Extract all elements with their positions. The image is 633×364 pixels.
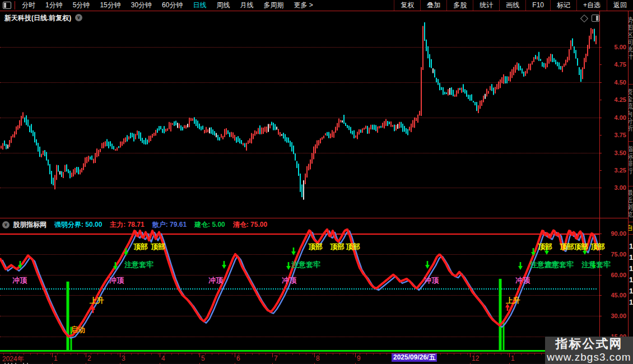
period-tab-2[interactable]: 1分钟 bbox=[40, 0, 68, 11]
axis-subtick bbox=[64, 353, 64, 355]
candle bbox=[448, 89, 449, 95]
candle bbox=[165, 129, 166, 132]
candle bbox=[453, 90, 454, 96]
candle bbox=[542, 62, 543, 67]
candle bbox=[439, 83, 440, 90]
indicator-param-5: 建仓: 5.00 bbox=[194, 220, 225, 230]
candle bbox=[508, 77, 509, 81]
candle bbox=[281, 134, 282, 136]
candle bbox=[212, 129, 213, 135]
period-tab-4[interactable]: 15分钟 bbox=[95, 0, 125, 11]
candle bbox=[170, 123, 171, 132]
candle bbox=[283, 133, 284, 138]
candle bbox=[273, 123, 274, 130]
action-8[interactable]: +自选 bbox=[576, 0, 607, 11]
month-tick bbox=[272, 353, 273, 357]
chart-canvas[interactable] bbox=[0, 0, 633, 364]
candle bbox=[132, 133, 133, 137]
axis-subtick bbox=[346, 353, 347, 355]
action-3[interactable]: 多股 bbox=[446, 0, 473, 11]
candle bbox=[27, 120, 29, 127]
candle bbox=[496, 84, 497, 90]
candle bbox=[437, 79, 439, 85]
watermark: 指标公式网 www.zbgs3.com bbox=[545, 337, 633, 364]
candle bbox=[21, 116, 22, 126]
candle bbox=[83, 164, 84, 170]
candle bbox=[443, 87, 444, 95]
candle bbox=[327, 132, 328, 136]
axis-subtick bbox=[387, 353, 387, 355]
signal-label-chongding: 冲顶 bbox=[12, 276, 27, 286]
candle bbox=[570, 40, 571, 50]
candle bbox=[61, 171, 62, 178]
axis-subtick bbox=[145, 353, 145, 355]
candle bbox=[34, 132, 35, 143]
period-tab-10[interactable]: 多周期 bbox=[258, 0, 288, 11]
candle bbox=[174, 122, 175, 126]
action-9[interactable]: 返回 bbox=[607, 0, 633, 11]
candle bbox=[110, 141, 111, 146]
candle bbox=[120, 142, 121, 148]
period-tab-9[interactable]: 月线 bbox=[235, 0, 258, 11]
time-axis[interactable]: 2025/09/26/五 2024年123456789121 bbox=[0, 353, 633, 363]
signal-label-zhuyitaolao: 注意套牢 bbox=[544, 260, 574, 270]
signal-label-dingbu: 顶部 bbox=[574, 242, 588, 252]
candle bbox=[118, 146, 119, 148]
action-7[interactable]: 标记 bbox=[550, 0, 576, 11]
period-tab-11[interactable]: 更多 > bbox=[288, 0, 318, 11]
chevron-down-icon[interactable]: ∨ bbox=[75, 14, 82, 21]
period-tab-7[interactable]: 日线 bbox=[188, 0, 211, 11]
period-tab-3[interactable]: 5分钟 bbox=[68, 0, 95, 11]
candle bbox=[22, 112, 24, 118]
candle bbox=[80, 170, 81, 175]
period-tab-1[interactable]: 分时 bbox=[17, 0, 40, 11]
layout-icon[interactable] bbox=[3, 2, 11, 9]
action-6[interactable]: F10 bbox=[525, 0, 550, 11]
candle bbox=[197, 120, 198, 128]
candle bbox=[155, 130, 156, 136]
action-1[interactable]: 复权 bbox=[394, 0, 420, 11]
action-5[interactable]: 画线 bbox=[499, 0, 525, 11]
action-2[interactable]: 叠加 bbox=[420, 0, 446, 11]
chevron-down-icon[interactable]: ∨ bbox=[2, 221, 10, 228]
candle bbox=[192, 118, 193, 120]
axis-subtick bbox=[279, 353, 280, 355]
panel-toggle-icon[interactable] bbox=[592, 15, 599, 22]
candle bbox=[500, 80, 501, 88]
month-label: 1 bbox=[54, 354, 58, 362]
axis-subtick bbox=[313, 353, 313, 355]
candle bbox=[261, 128, 262, 134]
candle bbox=[38, 143, 39, 152]
candle bbox=[162, 129, 163, 133]
candle bbox=[199, 124, 200, 129]
candle bbox=[592, 29, 593, 34]
candle bbox=[384, 121, 385, 128]
period-tabs: 分时1分钟5分钟15分钟30分钟60分钟日线周线月线多周期更多 > bbox=[17, 0, 318, 11]
candle bbox=[364, 128, 365, 130]
candle bbox=[111, 144, 113, 150]
candle bbox=[182, 127, 183, 131]
action-4[interactable]: 统计 bbox=[473, 0, 499, 11]
candle bbox=[187, 124, 188, 127]
period-tab-6[interactable]: 60分钟 bbox=[157, 0, 188, 11]
candle bbox=[424, 22, 425, 41]
axis-subtick bbox=[252, 353, 253, 355]
month-label: 1 bbox=[511, 354, 515, 362]
period-tab-8[interactable]: 周线 bbox=[211, 0, 235, 11]
candle bbox=[495, 87, 496, 94]
candle bbox=[560, 66, 561, 70]
month-tick bbox=[52, 353, 53, 357]
candle bbox=[412, 120, 413, 127]
month-tick bbox=[120, 353, 120, 357]
period-tab-5[interactable]: 30分钟 bbox=[126, 0, 157, 11]
axis-subtick bbox=[333, 353, 333, 355]
candle bbox=[43, 151, 44, 155]
candle bbox=[209, 128, 210, 133]
candle bbox=[569, 49, 570, 60]
candle bbox=[160, 126, 161, 129]
candle bbox=[594, 29, 595, 41]
diamond-icon[interactable] bbox=[580, 15, 588, 22]
candle bbox=[78, 167, 79, 174]
candle bbox=[330, 133, 331, 138]
month-label: 3 bbox=[122, 354, 125, 362]
